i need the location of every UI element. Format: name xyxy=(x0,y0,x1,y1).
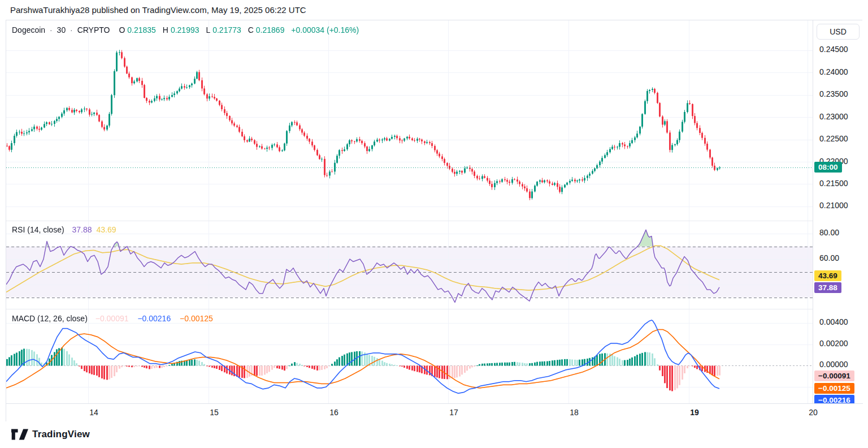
macd-title: MACD (12, 26, close) xyxy=(12,314,88,323)
tradingview-logo-icon xyxy=(11,429,28,440)
macd-hist-value-tag: −0.00091 xyxy=(814,371,854,381)
price-pane[interactable]: Dogecoin · 30 · CRYPTO O0.21835 H0.21993… xyxy=(6,20,813,221)
macd-line-value: −0.00216 xyxy=(137,314,171,323)
exchange-label: CRYPTO xyxy=(77,25,110,35)
rsi-pane-canvas[interactable] xyxy=(6,221,813,309)
rsi-legend: RSI (14, close) 37.88 43.69 xyxy=(12,225,118,234)
time-axis-label-20: 20 xyxy=(809,408,818,417)
rsi-line-value: 37.88 xyxy=(72,225,92,234)
macd-signal-value-tag: −0.00125 xyxy=(814,383,854,394)
time-axis-label-14: 14 xyxy=(89,408,98,417)
close-value: 0.21869 xyxy=(256,25,285,35)
time-axis-label-18: 18 xyxy=(570,408,579,417)
macd-legend: MACD (12, 26, close) −0.00091 −0.00216 −… xyxy=(12,314,215,323)
usd-button[interactable]: USD xyxy=(817,24,860,40)
time-axis-label-17: 17 xyxy=(449,408,458,417)
rsi-value-tag: 37.88 xyxy=(814,282,841,293)
high-value: 0.21993 xyxy=(171,25,199,35)
price-axis-label: 0.21500 xyxy=(819,179,848,188)
rsi-axis-label: 60.00 xyxy=(819,253,839,262)
macd-hist-value: −0.00091 xyxy=(96,314,129,323)
macd-signal-value: −0.00125 xyxy=(180,314,213,323)
price-scale[interactable]: USD 0.245000.240000.235000.230000.225000… xyxy=(813,20,863,403)
low-value: 0.21773 xyxy=(212,25,241,35)
price-pane-canvas[interactable] xyxy=(6,20,813,221)
publish-line: ParshwaTurakhiya28 published on TradingV… xyxy=(10,0,306,20)
main-legend: Dogecoin · 30 · CRYPTO O0.21835 H0.21993… xyxy=(12,25,361,35)
price-axis-label: 0.21000 xyxy=(819,201,848,210)
macd-axis-label: 0.00400 xyxy=(819,317,848,326)
price-axis-label: 0.22500 xyxy=(819,134,848,143)
time-axis-label-16: 16 xyxy=(329,408,338,417)
change-value: +0.00034 (+0.16%) xyxy=(291,25,359,35)
chart-widget: Dogecoin · 30 · CRYPTO O0.21835 H0.21993… xyxy=(6,20,862,421)
footer-brand[interactable]: TradingView xyxy=(11,429,90,440)
rsi-pane[interactable]: RSI (14, close) 37.88 43.69 xyxy=(6,221,813,309)
rsi-axis-label: 80.00 xyxy=(819,228,839,237)
price-axis-label: 0.24500 xyxy=(819,45,848,54)
open-value: 0.21835 xyxy=(127,25,156,35)
symbol-title: Dogecoin xyxy=(12,25,45,35)
macd-axis-label: 0.00000 xyxy=(819,360,848,369)
tradingview-logo-text: TradingView xyxy=(32,429,90,440)
countdown-price-tag: 08:00 xyxy=(814,162,842,173)
time-axis-label-15: 15 xyxy=(210,408,219,417)
macd-pane-canvas[interactable] xyxy=(6,309,813,403)
price-axis-label: 0.23000 xyxy=(819,112,848,121)
rsi-ma-value: 43.69 xyxy=(96,225,116,234)
rsi-ma-value-tag: 43.69 xyxy=(814,270,841,281)
time-axis-label-19: 19 xyxy=(690,408,699,417)
time-axis[interactable]: 14151617181920 xyxy=(6,403,863,422)
macd-axis-label: 0.00200 xyxy=(819,339,848,348)
price-axis-label: 0.23500 xyxy=(819,89,848,98)
rsi-title: RSI (14, close) xyxy=(12,225,64,234)
interval-label: 30 xyxy=(57,25,66,35)
macd-pane[interactable]: MACD (12, 26, close) −0.00091 −0.00216 −… xyxy=(6,309,813,403)
price-axis-label: 0.24000 xyxy=(819,67,848,76)
